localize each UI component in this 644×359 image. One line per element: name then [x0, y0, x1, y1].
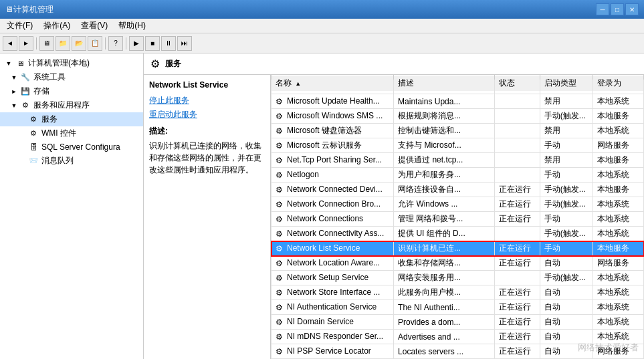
pause-btn[interactable]: ⏸: [161, 36, 176, 51]
properties-btn[interactable]: 📋: [88, 36, 102, 51]
sidebar-icon-services: ⚙: [28, 114, 39, 125]
table-row[interactable]: ⚙Network Location Aware...收集和存储网络...正在运行…: [272, 256, 644, 271]
table-row[interactable]: ⚙Net.Tcp Port Sharing Ser...提供通过 net.tcp…: [272, 153, 644, 168]
stop-service-link[interactable]: 停止此服务: [149, 95, 265, 106]
service-login-cell: 本地服务: [593, 183, 643, 197]
menu-item-h[interactable]: 帮助(H): [114, 19, 150, 33]
service-desc-cell: 提供通过 net.tcp...: [394, 153, 495, 168]
col-header-name[interactable]: 名称 ▲: [272, 75, 394, 91]
service-login-cell: 本地系统: [593, 212, 643, 227]
sidebar-item-message-queue[interactable]: 📨消息队列: [0, 154, 143, 168]
service-status-cell: [494, 271, 540, 285]
service-desc-cell: 根据规则将消息...: [394, 109, 495, 124]
back-button[interactable]: ◄: [3, 36, 17, 51]
collapse-icon[interactable]: ▼: [5, 60, 12, 67]
service-name-cell: ⚙Microsoft 键盘筛选器: [272, 124, 394, 138]
service-row-icon: ⚙: [276, 244, 285, 253]
service-desc-cell: 提供 UI 组件的 D...: [394, 227, 495, 241]
table-row[interactable]: ⚙Network Setup Service网络安装服务用...手动(触发...…: [272, 271, 644, 285]
service-login-cell: 本地系统: [593, 315, 643, 330]
service-startup-cell: 手动(触发...: [540, 227, 593, 241]
collapse-icon[interactable]: ▼: [11, 74, 17, 81]
forward-button[interactable]: ►: [19, 36, 33, 51]
service-desc-cell: 识别计算机已连...: [394, 241, 495, 256]
table-row[interactable]: ⚙Network Connectivity Ass...提供 UI 组件的 D.…: [272, 227, 644, 241]
service-row-icon: ⚙: [276, 97, 285, 106]
table-row[interactable]: ⚙Microsoft Windows SMS ...根据规则将消息...手动(触…: [272, 109, 644, 124]
service-login-cell: 本地系统: [593, 285, 643, 300]
sidebar-label-sql-server: SQL Server Configura: [41, 142, 120, 152]
collapse-icon[interactable]: ▼: [11, 102, 17, 109]
service-login-cell: 本地系统: [593, 124, 643, 138]
table-row[interactable]: ⚙Microsoft 云标识服务支持与 Microsof...手动网络服务: [272, 138, 644, 153]
service-name-cell: ⚙Network Connections: [272, 212, 394, 227]
table-row[interactable]: ⚙Netlogon为用户和服务身...手动本地系统: [272, 168, 644, 183]
stop-btn[interactable]: ■: [145, 36, 160, 51]
service-row-icon: ⚙: [276, 318, 285, 327]
service-section-header: ⚙ 服务: [144, 53, 644, 75]
table-row[interactable]: ⚙Network Connections管理 网络和拨号...正在运行手动本地系…: [272, 212, 644, 227]
sidebar-item-services[interactable]: ⚙服务: [0, 112, 143, 126]
expand-icon[interactable]: ►: [11, 88, 17, 95]
table-row[interactable]: ⚙NI mDNS Responder Ser...Advertises and …: [272, 330, 644, 344]
restart-service-link[interactable]: 重启动此服务: [149, 109, 265, 120]
col-header-login[interactable]: 登录为: [593, 75, 643, 91]
help-btn[interactable]: ?: [108, 36, 123, 51]
service-status-cell: 正在运行: [494, 212, 540, 227]
table-row[interactable]: ⚙Network Connected Devi...网络连接设备自...正在运行…: [272, 183, 644, 197]
play-btn[interactable]: ▶: [129, 36, 144, 51]
minimize-button[interactable]: ─: [596, 3, 609, 15]
sidebar-item-computer-mgmt[interactable]: ▼🖥计算机管理(本地): [0, 56, 143, 70]
sidebar-item-system-tools[interactable]: ▼🔧系统工具: [0, 70, 143, 84]
service-status-cell: 正在运行: [494, 300, 540, 315]
service-startup-cell: 手动: [540, 212, 593, 227]
service-row-icon: ⚙: [276, 185, 285, 195]
col-header-desc[interactable]: 描述: [394, 75, 495, 91]
service-name-cell: ⚙Network Connection Bro...: [272, 197, 394, 212]
service-desc-cell: Maintains Upda...: [394, 94, 495, 109]
service-startup-cell: 自动: [540, 256, 593, 271]
service-row-icon: ⚙: [276, 170, 285, 180]
table-row[interactable]: ⚙NI Domain ServiceProvides a dom...正在运行自…: [272, 315, 644, 330]
table-row[interactable]: ⚙Microsoft 键盘筛选器控制击键筛选和...禁用本地系统: [272, 124, 644, 138]
sidebar-item-wmi[interactable]: ⚙WMI 控件: [0, 126, 143, 140]
restart-btn[interactable]: ⏭: [177, 36, 192, 51]
folder2-btn[interactable]: 📂: [72, 36, 86, 51]
service-desc-cell: 控制击键筛选和...: [394, 124, 495, 138]
sidebar-item-storage[interactable]: ►💾存储: [0, 84, 143, 98]
table-row[interactable]: ⚙Network Connection Bro...允许 Windows ...…: [272, 197, 644, 212]
menu-item-f[interactable]: 文件(F): [3, 19, 37, 33]
table-row[interactable]: ⚙NI PSP Service LocatorLocates servers .…: [272, 344, 644, 359]
sidebar-item-sql-server[interactable]: 🗄SQL Server Configura: [0, 140, 143, 154]
service-status-cell: [494, 109, 540, 124]
service-status-cell: 正在运行: [494, 197, 540, 212]
computer-icon-btn[interactable]: 🖥: [39, 36, 54, 51]
service-row-icon: ⚙: [276, 229, 285, 239]
window-title: 计算机管理: [13, 4, 53, 15]
sidebar-label-services: 服务: [41, 114, 58, 125]
service-row-icon: ⚙: [276, 200, 285, 209]
service-row-icon: ⚙: [276, 332, 285, 342]
service-name-cell: ⚙Network Connected Devi...: [272, 183, 394, 197]
service-status-cell: 正在运行: [494, 285, 540, 300]
menu-item-a[interactable]: 操作(A): [39, 19, 74, 33]
menu-item-v[interactable]: 查看(V): [77, 19, 112, 33]
sidebar-icon-wmi: ⚙: [28, 128, 39, 139]
table-row[interactable]: ⚙Microsoft Update Health...Maintains Upd…: [272, 94, 644, 109]
sidebar-label-wmi: WMI 控件: [41, 128, 76, 139]
service-desc-cell: 此服务向用户模...: [394, 285, 495, 300]
col-header-status[interactable]: 状态: [494, 75, 540, 91]
maximize-button[interactable]: □: [611, 3, 624, 15]
folder-btn[interactable]: 📁: [56, 36, 70, 51]
sidebar-label-storage: 存储: [33, 86, 49, 97]
table-row[interactable]: ⚙NI Authentication ServiceThe NI Authent…: [272, 300, 644, 315]
close-button[interactable]: ✕: [625, 3, 639, 15]
table-row[interactable]: ⚙Network List Service识别计算机已连...正在运行手动本地服…: [272, 241, 644, 256]
service-status-cell: [494, 153, 540, 168]
service-name-cell: ⚙Network Connectivity Ass...: [272, 227, 394, 241]
services-main-title: 服务: [165, 58, 181, 70]
table-row[interactable]: ⚙Network Store Interface ...此服务向用户模...正在…: [272, 285, 644, 300]
sidebar-item-services-apps[interactable]: ▼⚙服务和应用程序: [0, 98, 143, 112]
service-login-cell: 本地系统: [593, 168, 643, 183]
col-header-startup[interactable]: 启动类型: [540, 75, 593, 91]
